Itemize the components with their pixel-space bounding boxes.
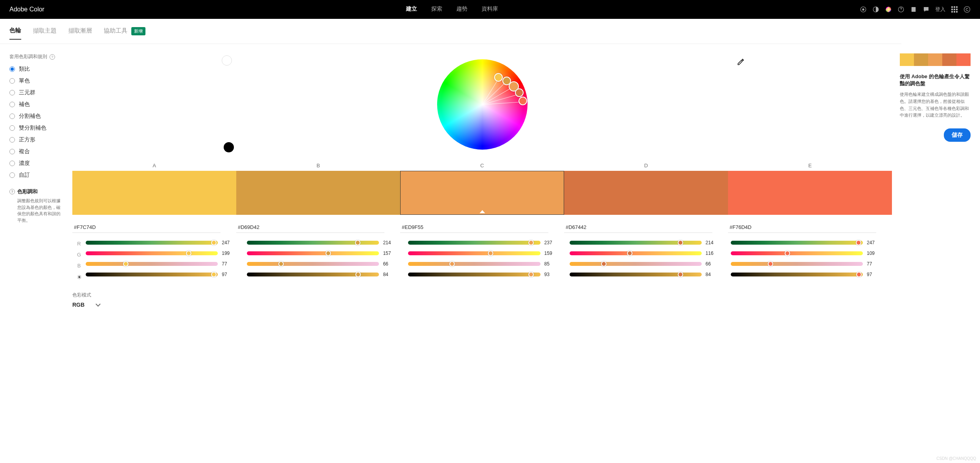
slider-thumb[interactable] [528, 272, 534, 277]
slider-r[interactable] [408, 241, 540, 245]
slider-value[interactable]: 77 [867, 261, 878, 267]
slider-thumb[interactable] [678, 272, 683, 277]
rule-option[interactable]: 類比 [9, 66, 64, 73]
slider-value[interactable]: 199 [222, 251, 233, 256]
slider-b[interactable] [247, 262, 379, 266]
nav-create[interactable]: 建立 [406, 5, 417, 13]
hex-input[interactable]: #D67442 [564, 224, 712, 233]
slider-l[interactable] [86, 273, 218, 276]
slider-thumb[interactable] [488, 251, 493, 256]
hex-input[interactable]: #F7C74D [72, 224, 221, 233]
slider-value[interactable]: 116 [706, 251, 717, 256]
white-point[interactable] [222, 55, 232, 66]
info-icon[interactable]: ? [9, 189, 15, 194]
slider-g[interactable] [731, 251, 863, 255]
slider-g[interactable] [247, 251, 379, 255]
rule-option[interactable]: 補色 [9, 101, 64, 108]
slider-thumb[interactable] [627, 251, 632, 256]
slider-b[interactable] [570, 262, 702, 266]
slider-l[interactable] [408, 273, 540, 276]
slider-l[interactable] [247, 273, 379, 276]
help-icon[interactable] [897, 6, 905, 13]
rule-option[interactable]: 濃度 [9, 160, 64, 167]
slider-r[interactable] [570, 241, 702, 245]
slider-value[interactable]: 84 [383, 272, 394, 277]
color-swatch[interactable] [72, 171, 236, 215]
subtab-extract-gradient[interactable]: 擷取漸層 [68, 27, 92, 39]
apps-icon[interactable] [951, 6, 958, 13]
slider-thumb[interactable] [123, 261, 129, 267]
slider-thumb[interactable] [856, 240, 861, 245]
cc-icon[interactable] [963, 6, 971, 13]
color-swatch[interactable] [564, 171, 728, 215]
slider-thumb[interactable] [278, 261, 284, 267]
slider-g[interactable] [408, 251, 540, 255]
slider-g[interactable] [86, 251, 218, 255]
slider-thumb[interactable] [211, 272, 217, 277]
slider-value[interactable]: 214 [383, 240, 394, 245]
contrast-icon[interactable] [872, 6, 879, 13]
slider-thumb[interactable] [601, 261, 607, 267]
slider-g[interactable] [570, 251, 702, 255]
star-icon[interactable] [860, 6, 867, 13]
slider-thumb[interactable] [528, 240, 534, 245]
nav-libraries[interactable]: 資料庫 [482, 5, 498, 13]
slider-thumb[interactable] [186, 251, 191, 256]
slider-thumb[interactable] [678, 240, 683, 245]
nav-explore[interactable]: 探索 [431, 5, 442, 13]
eyedropper-icon[interactable] [737, 58, 745, 67]
slider-b[interactable] [731, 262, 863, 266]
slider-value[interactable]: 237 [544, 240, 555, 245]
slider-r[interactable] [86, 241, 218, 245]
color-swatch[interactable] [728, 171, 892, 215]
save-button[interactable]: 儲存 [944, 128, 971, 142]
chat-icon[interactable] [923, 6, 930, 13]
wheel-handle-a[interactable] [494, 73, 503, 82]
slider-value[interactable]: 97 [222, 272, 233, 277]
slider-thumb[interactable] [449, 261, 455, 267]
hex-input[interactable]: #ED9F55 [400, 224, 548, 233]
color-wheel[interactable] [437, 59, 528, 150]
slider-value[interactable]: 247 [867, 240, 878, 245]
slider-thumb[interactable] [355, 272, 361, 277]
brightness-icon[interactable]: ☀ [72, 274, 86, 281]
color-swatch[interactable] [236, 171, 400, 215]
rule-option[interactable]: 三元群 [9, 89, 64, 96]
wheel-handle-d[interactable] [515, 88, 524, 97]
subtab-extract-theme[interactable]: 擷取主題 [33, 27, 57, 39]
rule-option[interactable]: 正方形 [9, 136, 64, 143]
rule-option[interactable]: 單色 [9, 77, 64, 84]
slider-value[interactable]: 66 [706, 261, 717, 267]
nav-trends[interactable]: 趨勢 [456, 5, 467, 13]
slider-r[interactable] [247, 241, 379, 245]
hex-input[interactable]: #D69D42 [236, 224, 384, 233]
rule-option[interactable]: 雙分割補色 [9, 124, 64, 132]
slider-value[interactable]: 85 [544, 261, 555, 267]
slider-l[interactable] [570, 273, 702, 276]
rule-option[interactable]: 自訂 [9, 172, 64, 179]
slider-thumb[interactable] [785, 251, 790, 256]
slider-thumb[interactable] [355, 240, 360, 245]
slider-value[interactable]: 214 [706, 240, 717, 245]
subtab-wheel[interactable]: 色輪 [9, 27, 21, 40]
slider-value[interactable]: 159 [544, 251, 555, 256]
slider-b[interactable] [408, 262, 540, 266]
mode-select[interactable]: RGB [72, 302, 892, 308]
slider-value[interactable]: 77 [222, 261, 233, 267]
notification-icon[interactable] [910, 6, 917, 13]
slider-thumb[interactable] [768, 261, 773, 267]
slider-thumb[interactable] [325, 251, 331, 256]
rule-option[interactable]: 分割補色 [9, 113, 64, 120]
wheel-handle-e[interactable] [518, 97, 527, 105]
rule-option[interactable]: 複合 [9, 148, 64, 155]
slider-value[interactable]: 66 [383, 261, 394, 267]
slider-value[interactable]: 157 [383, 251, 394, 256]
slider-value[interactable]: 93 [544, 272, 555, 277]
slider-value[interactable]: 84 [706, 272, 717, 277]
slider-value[interactable]: 247 [222, 240, 233, 245]
black-point[interactable] [224, 142, 234, 152]
slider-thumb[interactable] [856, 272, 862, 277]
slider-value[interactable]: 97 [867, 272, 878, 277]
hex-input[interactable]: #F76D4D [728, 224, 876, 233]
subtab-accessibility[interactable]: 協助工具 [104, 27, 127, 39]
